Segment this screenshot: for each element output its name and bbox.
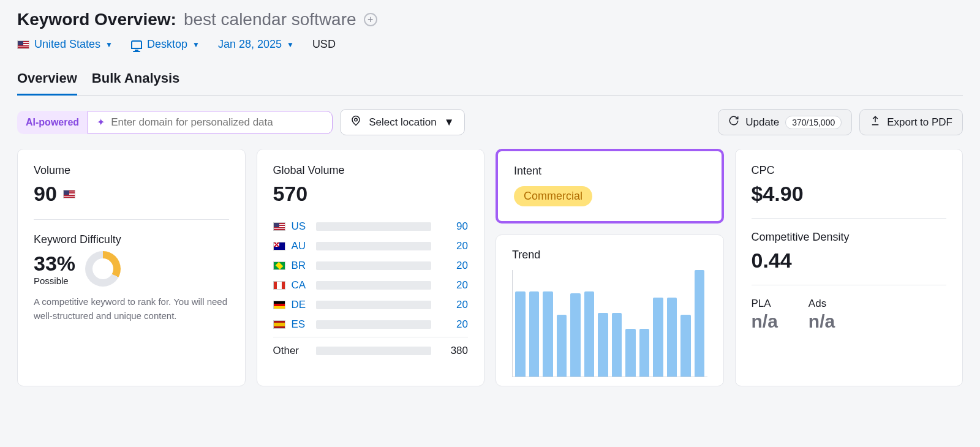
volume-bar	[316, 347, 432, 355]
trend-bar	[625, 329, 636, 377]
volume-bar	[316, 320, 432, 329]
export-pdf-button[interactable]: Export to PDF	[859, 109, 963, 135]
trend-bar	[695, 270, 705, 377]
tab-overview[interactable]: Overview	[17, 67, 77, 96]
other-label: Other	[273, 345, 310, 357]
volume-card: Volume 90 Keyword Difficulty 33% Possibl…	[17, 149, 246, 386]
select-location-label: Select location	[369, 116, 437, 129]
global-volume-value: 570	[273, 182, 308, 206]
global-volume-label: Global Volume	[273, 164, 469, 177]
select-location-button[interactable]: Select location ▼	[340, 109, 464, 135]
flag-icon	[273, 301, 285, 309]
flag-icon	[273, 222, 285, 231]
flag-icon	[273, 242, 285, 250]
divider	[752, 285, 947, 285]
trend-bar	[570, 293, 581, 377]
refresh-icon	[728, 115, 739, 129]
trend-card: Trend	[496, 235, 724, 386]
country-filter[interactable]: United States ▼	[17, 38, 113, 51]
volume-bar	[316, 242, 432, 250]
competitive-density-value: 0.44	[752, 249, 792, 272]
country-volume[interactable]: 90	[437, 220, 468, 233]
location-pin-icon	[350, 115, 361, 129]
country-code[interactable]: AU	[292, 240, 310, 252]
trend-bar	[598, 313, 608, 377]
sparkle-icon: ✦	[97, 116, 105, 128]
cpc-card: CPC $4.90 Competitive Density 0.44 PLA n…	[735, 149, 963, 386]
currency-label: USD	[312, 38, 336, 51]
country-filter-label: United States	[34, 38, 100, 51]
filter-bar: United States ▼ Desktop ▼ Jan 28, 2025 ▼…	[17, 38, 963, 51]
pla-value: n/a	[752, 311, 778, 332]
trend-bar	[584, 291, 595, 377]
device-filter-label: Desktop	[147, 38, 187, 51]
controls-row: AI-powered ✦ Select location ▼ Update 37…	[17, 109, 963, 135]
ads-value: n/a	[809, 311, 835, 332]
global-volume-list: US90AU20BR20CA20DE20ES20Other380	[273, 217, 469, 361]
other-volume: 380	[437, 345, 468, 357]
keyword-difficulty-label: Keyword Difficulty	[34, 233, 229, 246]
cpc-label: CPC	[752, 164, 947, 177]
intent-label: Intent	[514, 165, 706, 178]
volume-bar	[316, 222, 432, 231]
global-volume-row: ES20	[273, 315, 469, 334]
volume-bar	[316, 261, 432, 270]
country-volume[interactable]: 20	[437, 260, 468, 272]
country-volume[interactable]: 20	[437, 299, 468, 311]
volume-bar	[316, 281, 432, 290]
country-code[interactable]: DE	[292, 299, 310, 311]
flag-icon	[273, 320, 285, 329]
country-code[interactable]: BR	[292, 260, 310, 272]
ads-label: Ads	[809, 298, 835, 310]
competitive-density-label: Competitive Density	[752, 231, 947, 244]
divider	[752, 218, 947, 219]
export-icon	[870, 115, 881, 129]
global-volume-row: BR20	[273, 256, 469, 276]
global-volume-other-row: Other380	[273, 337, 469, 361]
us-flag-icon	[17, 40, 29, 49]
country-code[interactable]: CA	[292, 279, 310, 291]
trend-bar	[653, 298, 663, 377]
volume-bar	[316, 301, 432, 309]
trend-bar	[680, 315, 691, 377]
divider	[34, 219, 229, 220]
country-volume[interactable]: 20	[437, 279, 468, 291]
intent-badge: Commercial	[514, 186, 592, 206]
quota-chip: 370/15,000	[785, 116, 842, 129]
trend-bar	[557, 315, 567, 377]
cpc-value: $4.90	[752, 182, 804, 206]
volume-value: 90	[34, 182, 57, 206]
keyword-difficulty-value: 33%	[34, 252, 75, 276]
date-filter[interactable]: Jan 28, 2025 ▼	[218, 38, 294, 51]
trend-bar	[667, 298, 677, 377]
global-volume-row: AU20	[273, 236, 469, 256]
domain-input-wrap[interactable]: ✦	[88, 111, 333, 134]
add-keyword-icon[interactable]: +	[364, 13, 377, 26]
trend-bar	[639, 329, 650, 377]
volume-label: Volume	[34, 164, 229, 177]
country-volume[interactable]: 20	[437, 318, 468, 331]
country-code[interactable]: US	[292, 220, 310, 233]
pla-label: PLA	[752, 298, 778, 310]
export-label: Export to PDF	[887, 116, 952, 129]
update-button[interactable]: Update 370/15,000	[718, 109, 852, 135]
intent-card: Intent Commercial	[496, 149, 724, 224]
device-filter[interactable]: Desktop ▼	[131, 38, 200, 51]
trend-bar	[515, 291, 526, 377]
page-heading: Keyword Overview: best calendar software…	[17, 10, 963, 29]
svg-point-0	[355, 118, 358, 121]
country-code[interactable]: ES	[292, 318, 310, 331]
keyword-difficulty-possible: Possible	[34, 276, 75, 286]
ai-powered-badge: AI-powered	[17, 111, 88, 134]
tab-bulk-analysis[interactable]: Bulk Analysis	[92, 67, 179, 96]
global-volume-card: Global Volume 570 US90AU20BR20CA20DE20ES…	[257, 149, 485, 386]
keyword-difficulty-donut	[85, 251, 121, 287]
trend-chart	[512, 270, 707, 377]
trend-bar	[529, 291, 540, 377]
country-volume[interactable]: 20	[437, 240, 468, 252]
domain-input[interactable]	[111, 116, 323, 129]
page-title-prefix: Keyword Overview:	[17, 10, 176, 29]
global-volume-row: US90	[273, 217, 469, 236]
tabs: Overview Bulk Analysis	[17, 67, 963, 96]
chevron-down-icon: ▼	[287, 40, 294, 49]
